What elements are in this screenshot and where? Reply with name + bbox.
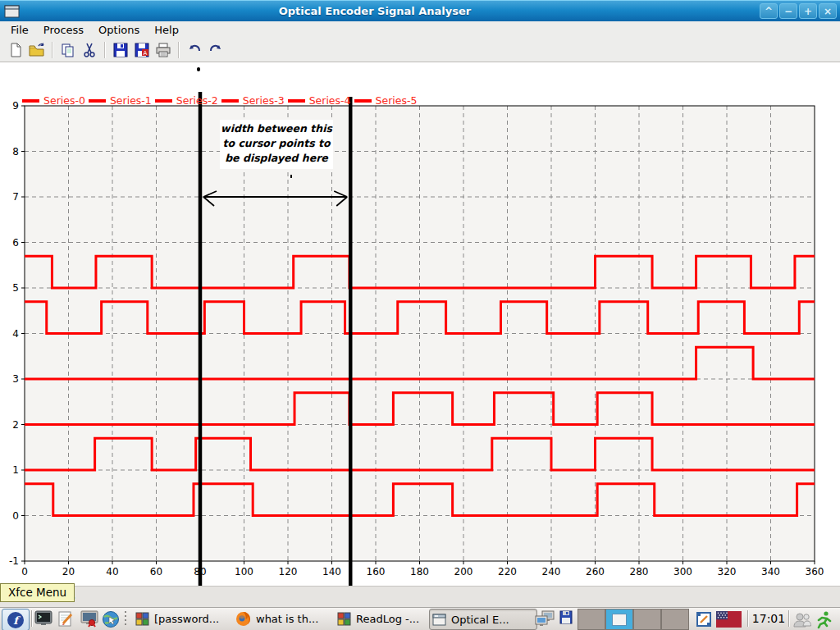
legend-label: Series-2: [176, 94, 218, 107]
y-tick-label: 9: [12, 100, 19, 112]
workspace-3[interactable]: [633, 609, 661, 630]
text-editor-launcher[interactable]: [57, 610, 74, 628]
legend-marker: [155, 99, 172, 103]
menu-file[interactable]: File: [3, 22, 36, 38]
legend-item-series-3: Series-3: [221, 94, 285, 107]
annotation-line: be displayed here: [220, 151, 333, 166]
new-icon: [8, 43, 23, 57]
us-flag-icon[interactable]: [716, 611, 742, 628]
legend-marker: [288, 99, 305, 103]
window-icon: [432, 614, 446, 626]
menu-process[interactable]: Process: [36, 22, 91, 38]
floppy-icon[interactable]: [559, 610, 573, 624]
save-icon: [113, 43, 128, 57]
task-button-2[interactable]: what is th...: [233, 609, 330, 628]
legend-marker: [22, 99, 39, 103]
legend-label: Series-4: [309, 94, 351, 107]
x-tick-label: 20: [62, 566, 75, 578]
toolbar: A: [0, 38, 840, 62]
x-tick-label: 220: [498, 566, 517, 578]
task-button-3[interactable]: ReadLog -...: [335, 609, 425, 628]
x-tick-label: 300: [673, 566, 692, 578]
logout-icon[interactable]: [815, 610, 833, 630]
minimize-button[interactable]: −: [779, 3, 797, 19]
toolbar-separator: [104, 42, 106, 58]
taskbar-separator: [747, 610, 749, 627]
task-label: [password...: [154, 613, 219, 625]
workspace-2[interactable]: [605, 609, 633, 630]
app-grid-icon: [337, 612, 351, 626]
legend-marker: [221, 99, 239, 103]
save-as-icon: A: [135, 43, 149, 57]
y-tick-label: 5: [12, 282, 19, 294]
x-tick-label: 240: [542, 566, 561, 578]
package-launcher[interactable]: [80, 610, 99, 628]
x-tick-label: 360: [806, 566, 824, 578]
cursor-tip-dot: [197, 67, 200, 71]
taskbar: f[password...what is th...ReadLog -...Op…: [0, 607, 840, 630]
legend-item-series-4: Series-4: [288, 94, 351, 107]
x-tick-label: 280: [630, 566, 649, 578]
open-icon: [29, 43, 45, 57]
network-icon[interactable]: [534, 610, 555, 628]
legend-marker: [354, 99, 372, 103]
terminal-launcher[interactable]: [34, 610, 52, 627]
y-tick-label: 1: [12, 464, 19, 476]
y-tick-label: 6: [12, 237, 19, 249]
desktop: Optical Encoder Signal Analyser ^−+× Fil…: [0, 0, 840, 630]
open-button[interactable]: [26, 40, 48, 60]
y-tick-label: -1: [9, 555, 19, 567]
print-icon: [155, 43, 171, 57]
menu-options[interactable]: Options: [91, 22, 147, 38]
toolbar-separator: [52, 42, 53, 58]
svg-text:A: A: [144, 49, 148, 56]
print-button[interactable]: [153, 40, 174, 60]
task-button-1[interactable]: [password...: [133, 609, 226, 628]
undo-button[interactable]: [184, 40, 205, 60]
workspace-1[interactable]: [578, 609, 605, 630]
toolbar-separator: [178, 42, 180, 58]
taskbar-separator: [788, 610, 790, 627]
screenshot-icon[interactable]: [696, 611, 712, 628]
chart-legend: Series-0Series-1Series-2Series-3Series-4…: [22, 94, 420, 107]
workspace-4[interactable]: [661, 609, 689, 630]
task-label: ReadLog -...: [356, 613, 419, 625]
save-button[interactable]: [110, 40, 131, 60]
legend-label: Series-0: [43, 94, 85, 107]
y-tick-label: 2: [12, 419, 19, 431]
task-button-4[interactable]: Optical E...: [429, 609, 537, 630]
shade-button[interactable]: ^: [760, 3, 778, 19]
x-tick-label: 340: [761, 566, 780, 578]
cut-button[interactable]: [79, 40, 100, 60]
users-icon[interactable]: [792, 610, 812, 628]
taskbar-separator-dotted: [125, 611, 126, 626]
task-label: what is th...: [256, 613, 318, 625]
x-tick-label: 100: [235, 566, 253, 578]
menu-help[interactable]: Help: [147, 22, 186, 38]
x-tick-label: 320: [718, 566, 737, 578]
y-tick-label: 7: [12, 191, 19, 203]
redo-icon: [208, 43, 223, 57]
x-tick-label: 180: [410, 566, 429, 578]
close-button[interactable]: ×: [819, 3, 837, 19]
legend-item-series-1: Series-1: [89, 94, 152, 107]
legend-item-series-5: Series-5: [354, 94, 418, 107]
xfce-menu-button[interactable]: f: [2, 609, 30, 630]
annotation-line: width between this: [220, 121, 333, 136]
x-tick-label: 60: [150, 566, 162, 578]
y-tick-label: 4: [12, 328, 19, 340]
new-button[interactable]: [5, 40, 26, 60]
y-tick-label: 8: [12, 146, 19, 158]
titlebar[interactable]: Optical Encoder Signal Analyser ^−+×: [0, 0, 840, 21]
copy-button[interactable]: [57, 40, 79, 60]
web-browser-launcher[interactable]: [102, 610, 120, 628]
legend-label: Series-5: [376, 94, 418, 107]
y-tick-label: 3: [12, 373, 19, 385]
maximize-button[interactable]: +: [799, 3, 817, 19]
redo-button[interactable]: [205, 40, 226, 60]
save-as-button[interactable]: A: [131, 40, 153, 60]
firefox-icon: [235, 611, 251, 627]
x-tick-label: 40: [106, 566, 118, 578]
app-grid-icon: [135, 612, 149, 626]
workspace-pager[interactable]: [578, 609, 689, 630]
